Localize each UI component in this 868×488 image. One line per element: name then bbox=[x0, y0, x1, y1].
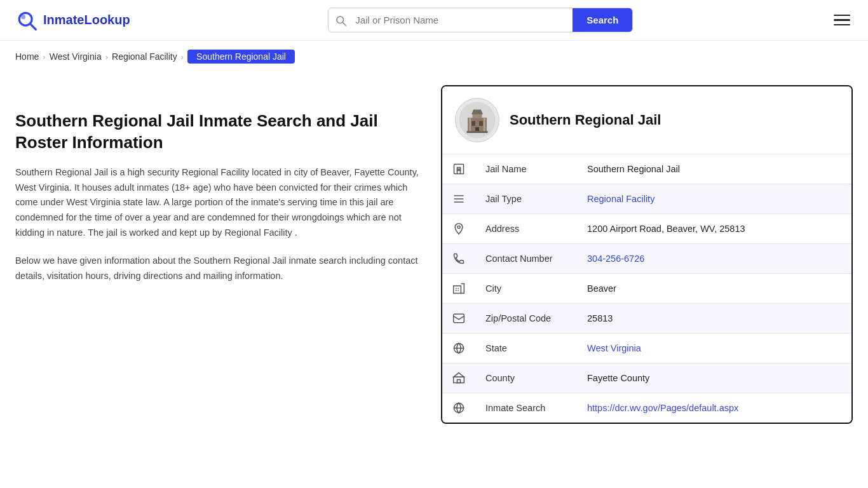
label-contact: Contact Number bbox=[475, 244, 577, 274]
value-contact: 304-256-6726 bbox=[577, 244, 851, 274]
svg-rect-16 bbox=[458, 169, 459, 171]
search-input[interactable] bbox=[353, 8, 573, 32]
link-inmate-search[interactable]: https://dcr.wv.gov/Pages/default.aspx bbox=[587, 403, 738, 413]
breadcrumb-state[interactable]: West Virginia bbox=[50, 51, 102, 62]
main-content: Southern Regional Jail Inmate Search and… bbox=[0, 72, 868, 449]
breadcrumb-sep-3: › bbox=[181, 52, 184, 62]
table-row: CityBeaver bbox=[442, 274, 851, 304]
label-state: State bbox=[475, 334, 577, 363]
table-row: Inmate Searchhttps://dcr.wv.gov/Pages/de… bbox=[442, 393, 851, 423]
value-zip: 25813 bbox=[577, 304, 851, 334]
label-zip: Zip/Postal Code bbox=[475, 304, 577, 334]
jail-building-image bbox=[458, 101, 496, 139]
svg-rect-30 bbox=[458, 380, 461, 383]
building-icon bbox=[442, 154, 475, 184]
search-button[interactable]: Search bbox=[573, 8, 632, 32]
jail-card: Southern Regional Jail Jail NameSouthern… bbox=[441, 85, 853, 424]
description-2: Below we have given information about th… bbox=[15, 254, 422, 284]
table-row: Contact Number304-256-6726 bbox=[442, 244, 851, 274]
hamburger-menu[interactable] bbox=[831, 12, 853, 29]
value-jail-name: Southern Regional Jail bbox=[577, 154, 851, 184]
left-column: Southern Regional Jail Inmate Search and… bbox=[15, 85, 422, 424]
svg-line-4 bbox=[343, 22, 346, 25]
site-logo[interactable]: InmateLookup bbox=[15, 9, 130, 32]
value-jail-type: Regional Facility bbox=[577, 184, 851, 214]
table-row: CountyFayette County bbox=[442, 363, 851, 393]
county-icon bbox=[442, 363, 475, 393]
search-bar: Search bbox=[328, 8, 633, 32]
svg-rect-7 bbox=[471, 121, 475, 126]
breadcrumb-home[interactable]: Home bbox=[15, 51, 39, 62]
value-city: Beaver bbox=[577, 274, 851, 304]
table-row: Zip/Postal Code25813 bbox=[442, 304, 851, 334]
search-icon bbox=[329, 15, 353, 26]
jail-avatar bbox=[455, 98, 499, 142]
svg-rect-22 bbox=[454, 286, 461, 294]
value-inmate-search: https://dcr.wv.gov/Pages/default.aspx bbox=[577, 393, 851, 423]
link-state[interactable]: West Virginia bbox=[587, 343, 641, 353]
svg-rect-27 bbox=[454, 314, 465, 322]
svg-rect-17 bbox=[459, 169, 461, 171]
breadcrumb: Home › West Virginia › Regional Facility… bbox=[0, 41, 868, 72]
logo-icon bbox=[15, 9, 38, 32]
link-jail-type[interactable]: Regional Facility bbox=[587, 194, 654, 204]
breadcrumb-sep-2: › bbox=[105, 52, 108, 62]
city-icon bbox=[442, 274, 475, 304]
svg-rect-15 bbox=[454, 165, 464, 174]
label-address: Address bbox=[475, 214, 577, 244]
globe-icon bbox=[442, 334, 475, 363]
svg-rect-8 bbox=[479, 121, 483, 126]
svg-rect-13 bbox=[469, 118, 471, 131]
value-state: West Virginia bbox=[577, 334, 851, 363]
list-icon bbox=[442, 184, 475, 214]
table-row: Jail NameSouthern Regional Jail bbox=[442, 154, 851, 184]
svg-point-3 bbox=[337, 17, 344, 24]
breadcrumb-facility-type[interactable]: Regional Facility bbox=[112, 51, 177, 62]
table-row: Address1200 Airport Road, Beaver, WV, 25… bbox=[442, 214, 851, 244]
label-jail-type: Jail Type bbox=[475, 184, 577, 214]
label-jail-name: Jail Name bbox=[475, 154, 577, 184]
svg-rect-12 bbox=[467, 131, 488, 133]
label-inmate-search: Inmate Search bbox=[475, 393, 577, 423]
description-1: Southern Regional Jail is a high securit… bbox=[15, 165, 422, 241]
breadcrumb-sep-1: › bbox=[43, 52, 45, 62]
info-table: Jail NameSouthern Regional JailJail Type… bbox=[442, 154, 851, 423]
jail-card-title: Southern Regional Jail bbox=[510, 112, 661, 128]
value-address: 1200 Airport Road, Beaver, WV, 25813 bbox=[577, 214, 851, 244]
phone-icon bbox=[442, 244, 475, 274]
svg-rect-11 bbox=[475, 127, 479, 131]
breadcrumb-current: Southern Regional Jail bbox=[187, 50, 295, 64]
value-county: Fayette County bbox=[577, 363, 851, 393]
svg-point-2 bbox=[21, 15, 25, 19]
table-row: StateWest Virginia bbox=[442, 334, 851, 363]
pin-icon bbox=[442, 214, 475, 244]
jail-card-header: Southern Regional Jail bbox=[442, 86, 851, 154]
right-column: Southern Regional Jail Jail NameSouthern… bbox=[441, 85, 853, 424]
svg-line-1 bbox=[30, 24, 36, 29]
svg-rect-14 bbox=[484, 118, 485, 131]
search-globe-icon bbox=[442, 393, 475, 423]
mail-icon bbox=[442, 304, 475, 334]
link-contact[interactable]: 304-256-6726 bbox=[587, 254, 644, 264]
page-title: Southern Regional Jail Inmate Search and… bbox=[15, 111, 422, 154]
site-header: InmateLookup Search bbox=[0, 0, 868, 41]
svg-marker-10 bbox=[471, 110, 483, 115]
table-row: Jail TypeRegional Facility bbox=[442, 184, 851, 214]
svg-rect-9 bbox=[473, 114, 482, 118]
logo-text: InmateLookup bbox=[43, 13, 130, 27]
label-city: City bbox=[475, 274, 577, 304]
svg-point-21 bbox=[458, 226, 460, 228]
label-county: County bbox=[475, 363, 577, 393]
